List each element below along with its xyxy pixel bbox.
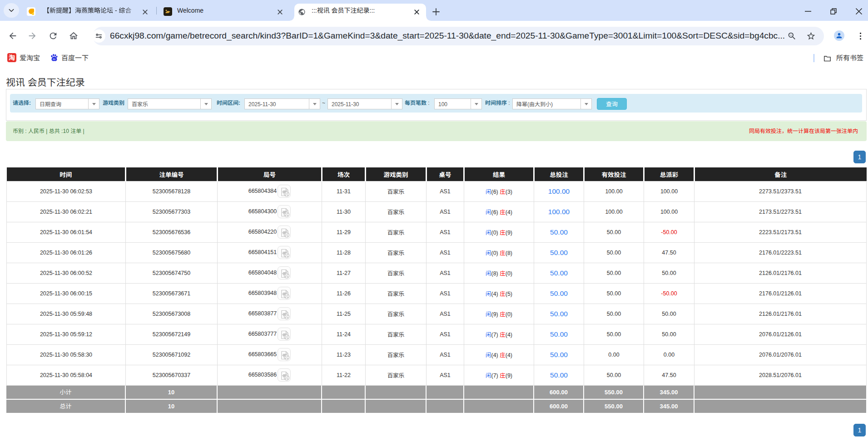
svg-text:du: du xyxy=(53,58,55,60)
